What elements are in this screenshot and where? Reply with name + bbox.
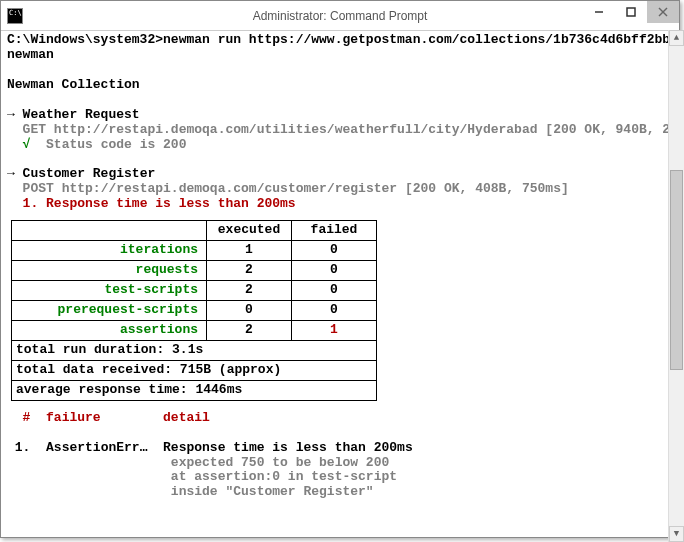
window-controls [583,1,679,23]
scroll-thumb[interactable] [670,170,683,370]
table-header-executed: executed [207,221,292,241]
request-2-detail: POST http://restapi.demoqa.com/customer/… [7,182,673,197]
table-summary-row: total data received: 715B (approx) [12,360,377,380]
prompt-path: C:\Windows\system32> [7,32,163,47]
prompt-command: newman run https://www.getpostman.com/co… [163,32,679,47]
svg-rect-1 [627,8,635,16]
table-row: test-scripts 2 0 [12,281,377,301]
results-table-wrap: executed failed iterations 1 0 requests … [7,220,673,400]
terminal-output: C:\Windows\system32>newman run https://w… [1,31,679,537]
request-1-assertion: √ Status code is 200 [7,138,673,153]
close-icon [658,7,668,17]
results-table: executed failed iterations 1 0 requests … [11,220,377,400]
request-1-detail: GET http://restapi.demoqa.com/utilities/… [7,123,673,138]
request-2-header: → Customer Register [7,167,673,182]
scroll-down-arrow[interactable]: ▼ [669,526,684,542]
tool-name: newman [7,48,673,63]
failures-section: # failure detail 1. AssertionErr… Respon… [7,411,673,501]
table-header-failed: failed [292,221,377,241]
maximize-button[interactable] [615,1,647,23]
command-prompt-window: Administrator: Command Prompt C:\Windows… [0,0,680,538]
request-2-failure: 1. Response time is less than 200ms [7,197,673,212]
cmd-icon [7,8,23,24]
scroll-up-arrow[interactable]: ▲ [669,30,684,46]
maximize-icon [626,7,636,17]
scrollbar[interactable]: ▲ ▼ [668,30,684,542]
titlebar: Administrator: Command Prompt [1,1,679,31]
failure-row: 1. AssertionErr… Response time is less t… [7,441,673,456]
failure-detail: expected 750 to be below 200 [7,456,673,471]
prompt-line: C:\Windows\system32>newman run https://w… [7,33,673,48]
failure-detail: at assertion:0 in test-script [7,470,673,485]
table-summary-row: total run duration: 3.1s [12,340,377,360]
table-header-empty [12,221,207,241]
table-row: iterations 1 0 [12,241,377,261]
request-1-header: → Weather Request [7,108,673,123]
close-button[interactable] [647,1,679,23]
table-row: prerequest-scripts 0 0 [12,301,377,321]
table-row: requests 2 0 [12,261,377,281]
window-title: Administrator: Command Prompt [253,9,428,23]
table-header-row: executed failed [12,221,377,241]
failures-header: # failure detail [7,411,673,426]
table-summary-row: average response time: 1446ms [12,380,377,400]
minimize-icon [594,7,604,17]
collection-name: Newman Collection [7,78,673,93]
failure-detail: inside "Customer Register" [7,485,673,500]
minimize-button[interactable] [583,1,615,23]
table-row: assertions 2 1 [12,320,377,340]
